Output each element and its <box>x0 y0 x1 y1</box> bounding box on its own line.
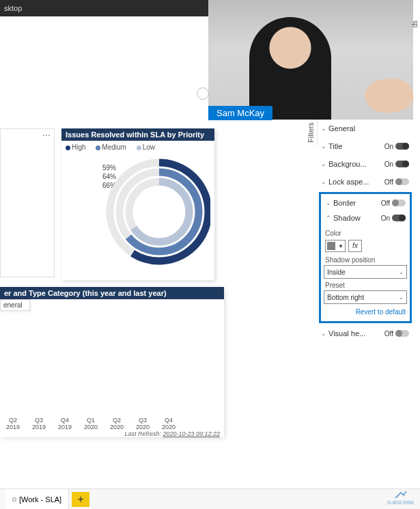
shadow-preset-dropdown[interactable]: Bottom right ⌄ <box>324 290 407 304</box>
shadow-section-highlight: ⌄ Border Off ⌃ Shadow On Color ▼ fx <box>319 192 412 323</box>
shadow-color-label: Color <box>324 227 407 238</box>
shadow-color-picker[interactable]: ▼ <box>325 240 346 252</box>
legend-medium: Medium <box>102 143 126 151</box>
section-label: General <box>327 124 409 133</box>
floating-tooltip: eneral <box>0 299 30 311</box>
last-refresh: Last Refresh: 2020-10-23 09:12:22 <box>124 430 220 437</box>
page-tab-work-sla[interactable]: [Work - SLA] <box>5 489 69 509</box>
section-label: Title <box>327 142 384 150</box>
presenter-hand <box>363 74 416 116</box>
shadow-position-label: Shadow position <box>324 253 407 265</box>
sla-donut-card[interactable]: Issues Resolved within SLA by Priority H… <box>61 128 214 280</box>
section-label: Visual he... <box>327 329 384 338</box>
dropdown-value: Inside <box>327 269 346 276</box>
toggle-border[interactable]: Off <box>381 200 406 207</box>
quarter-bar-card[interactable]: er and Type Category (this year and last… <box>0 287 224 437</box>
right-pane-label: ds <box>410 19 419 29</box>
chevron-down-icon: ⌄ <box>320 143 327 150</box>
dropdown-value: Bottom right <box>327 294 364 301</box>
round-button[interactable] <box>197 87 209 100</box>
titlebar-text: sktop <box>4 4 22 12</box>
subscribe-badge[interactable]: SUBSCRIBE <box>387 490 415 505</box>
section-label: Lock aspe... <box>327 178 384 186</box>
filters-pane-tab[interactable]: Filters <box>305 120 318 146</box>
chevron-up-icon: ⌃ <box>325 215 332 221</box>
revert-to-default-link[interactable]: Revert to default <box>324 304 407 317</box>
chevron-down-icon: ⌄ <box>399 269 404 275</box>
shadow-preset-label: Preset <box>324 279 407 290</box>
chevron-down-icon: ⌄ <box>320 125 327 132</box>
app-titlebar: sktop <box>0 0 208 16</box>
section-shadow[interactable]: ⌃ Shadow On <box>324 209 407 227</box>
chevron-down-icon: ⌄ <box>325 200 332 206</box>
subscribe-label: SUBSCRIBE <box>387 500 415 505</box>
filters-label: Filters <box>305 120 316 146</box>
toggle-title[interactable]: On <box>384 143 409 150</box>
plus-icon: + <box>77 493 83 505</box>
toggle-state: On <box>381 215 390 222</box>
subscribe-icon <box>394 490 408 499</box>
toggle-state: Off <box>381 200 390 207</box>
toggle-background[interactable]: On <box>384 161 409 168</box>
presenter-name-tag: Sam McKay <box>208 106 272 120</box>
section-label: Shadow <box>332 214 381 222</box>
toggle-state: Off <box>384 178 393 186</box>
tab-label: [Work - SLA] <box>19 495 61 504</box>
visual-card-partial[interactable]: ⋯ <box>0 128 55 277</box>
presenter-name: Sam McKay <box>216 108 264 118</box>
format-pane: ⌄ General ⌄ Title On ⌄ Backgrou... On ⌄ … <box>318 120 413 509</box>
card-title: Issues Resolved within SLA by Priority <box>61 128 214 141</box>
card-title: er and Type Category (this year and last… <box>0 287 224 299</box>
fx-button[interactable]: fx <box>348 240 362 252</box>
bar-chart <box>0 314 224 418</box>
shadow-position-dropdown[interactable]: Inside ⌄ <box>324 265 407 279</box>
toggle-visual-header[interactable]: Off <box>384 330 409 338</box>
section-border-partial[interactable]: ⌄ Border Off <box>324 197 407 209</box>
section-label: Backgrou... <box>327 160 384 168</box>
section-visual-header[interactable]: ⌄ Visual he... Off <box>318 325 413 342</box>
page-tab-bar: [Work - SLA] + <box>0 489 420 509</box>
legend-low: Low <box>143 143 155 151</box>
right-pane-tab[interactable]: ds <box>410 19 420 29</box>
donut-chart: 59%64%66% <box>61 154 214 277</box>
chevron-down-icon: ⌄ <box>399 294 404 301</box>
section-general[interactable]: ⌄ General <box>318 120 413 137</box>
tab-indicator-icon <box>12 497 16 501</box>
more-options-icon[interactable]: ⋯ <box>42 130 51 140</box>
webcam-overlay <box>208 0 413 120</box>
chevron-down-icon: ⌄ <box>320 161 327 167</box>
chart-legend: High Medium Low <box>61 141 214 154</box>
toggle-state: On <box>384 143 393 150</box>
section-background[interactable]: ⌄ Backgrou... On <box>318 155 413 173</box>
legend-high: High <box>72 143 86 151</box>
toggle-state: Off <box>384 330 393 338</box>
toggle-state: On <box>384 161 393 168</box>
section-label: Border <box>332 199 381 207</box>
section-title[interactable]: ⌄ Title On <box>318 137 413 155</box>
chevron-down-icon: ⌄ <box>320 178 327 185</box>
toggle-lock-aspect[interactable]: Off <box>384 178 409 186</box>
bar-x-axis: Q2 2019Q3 2019Q4 2019Q1 2020Q2 2020Q3 20… <box>0 417 224 430</box>
chevron-down-icon: ▼ <box>338 243 344 249</box>
fx-label: fx <box>352 242 358 249</box>
refresh-label: Last Refresh: <box>124 430 161 437</box>
color-swatch-icon <box>327 242 335 250</box>
chevron-down-icon: ⌄ <box>320 330 327 337</box>
toggle-shadow[interactable]: On <box>381 215 406 222</box>
add-page-button[interactable]: + <box>72 492 89 507</box>
presenter-silhouette <box>249 17 331 120</box>
revert-label: Revert to default <box>356 308 406 316</box>
refresh-timestamp: 2020-10-23 09:12:22 <box>163 430 220 437</box>
section-lock-aspect[interactable]: ⌄ Lock aspe... Off <box>318 173 413 191</box>
